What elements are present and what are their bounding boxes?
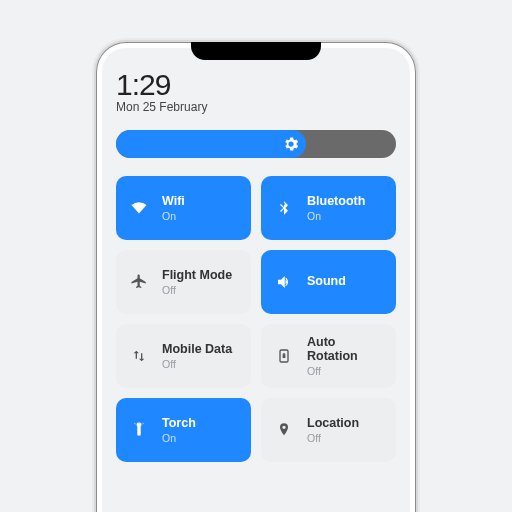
tile-flight-mode[interactable]: Flight Mode Off xyxy=(116,250,251,314)
tile-label: Location xyxy=(307,416,359,430)
torch-icon xyxy=(128,419,150,441)
tile-status: On xyxy=(307,210,365,222)
bluetooth-icon xyxy=(273,197,295,219)
tile-location[interactable]: Location Off xyxy=(261,398,396,462)
data-arrows-icon xyxy=(128,345,150,367)
tile-status: Off xyxy=(307,365,386,377)
location-pin-icon xyxy=(273,419,295,441)
tile-status: Off xyxy=(307,432,359,444)
notch xyxy=(191,42,321,60)
gear-icon xyxy=(282,135,300,153)
quick-settings-panel: 1:29 Mon 25 February Wifi On xyxy=(102,48,410,462)
brightness-fill xyxy=(116,130,306,158)
tile-bluetooth[interactable]: Bluetooth On xyxy=(261,176,396,240)
tile-label: Sound xyxy=(307,274,346,288)
tile-torch[interactable]: Torch On xyxy=(116,398,251,462)
wifi-icon xyxy=(128,197,150,219)
tile-label: Auto Rotation xyxy=(307,335,386,364)
tile-status: On xyxy=(162,432,196,444)
tile-label: Bluetooth xyxy=(307,194,365,208)
tile-status: Off xyxy=(162,284,232,296)
phone-frame: 1:29 Mon 25 February Wifi On xyxy=(96,42,416,512)
tile-wifi[interactable]: Wifi On xyxy=(116,176,251,240)
sound-icon xyxy=(273,271,295,293)
tile-label: Torch xyxy=(162,416,196,430)
rotation-lock-icon xyxy=(273,345,295,367)
clock-time: 1:29 xyxy=(116,68,396,102)
tile-auto-rotation[interactable]: Auto Rotation Off xyxy=(261,324,396,388)
tile-label: Flight Mode xyxy=(162,268,232,282)
tiles-grid: Wifi On Bluetooth On xyxy=(116,176,396,462)
tile-status: On xyxy=(162,210,185,222)
clock-date: Mon 25 February xyxy=(116,100,396,114)
brightness-slider[interactable] xyxy=(116,130,396,158)
svg-rect-1 xyxy=(283,355,286,358)
tile-label: Mobile Data xyxy=(162,342,232,356)
screen: 1:29 Mon 25 February Wifi On xyxy=(102,48,410,512)
tile-mobile-data[interactable]: Mobile Data Off xyxy=(116,324,251,388)
airplane-icon xyxy=(128,271,150,293)
tile-label: Wifi xyxy=(162,194,185,208)
tile-sound[interactable]: Sound xyxy=(261,250,396,314)
tile-status: Off xyxy=(162,358,232,370)
